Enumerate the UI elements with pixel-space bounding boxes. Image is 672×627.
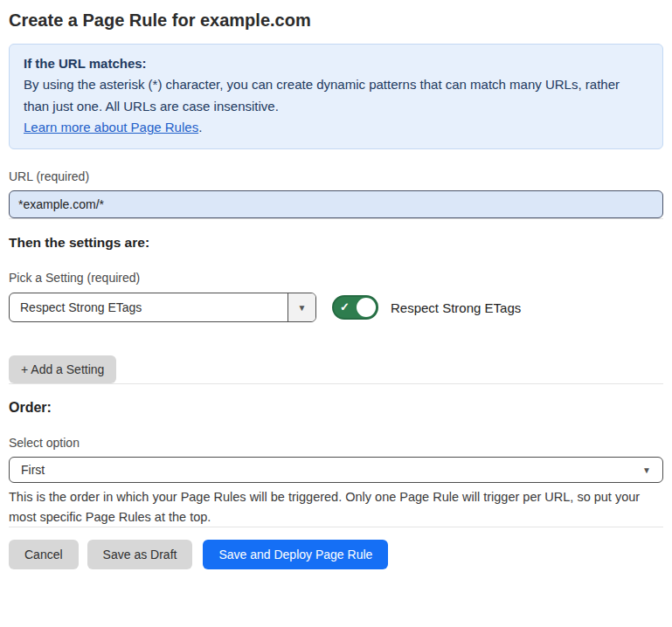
setting-toggle[interactable]: ✓ [332, 295, 378, 320]
setting-dropdown[interactable]: Respect Strong ETags ▼ [9, 293, 316, 322]
save-deploy-button[interactable]: Save and Deploy Page Rule [203, 540, 388, 569]
url-input[interactable] [9, 190, 663, 218]
toggle-label: Respect Strong ETags [391, 300, 521, 315]
divider [9, 218, 663, 219]
chevron-down-icon[interactable]: ▼ [288, 293, 315, 321]
info-box-heading: If the URL matches: [24, 53, 648, 74]
page-rule-form: Create a Page Rule for example.com If th… [0, 10, 672, 569]
pick-setting-label: Pick a Setting (required) [9, 271, 663, 285]
learn-more-link[interactable]: Learn more about Page Rules [24, 120, 198, 134]
url-match-info-box: If the URL matches: By using the asteris… [9, 44, 663, 149]
order-select-label: Select option [9, 436, 663, 450]
url-field-label: URL (required) [9, 169, 663, 183]
chevron-down-icon: ▼ [642, 465, 651, 475]
order-dropdown-value: First [21, 463, 45, 477]
cancel-button[interactable]: Cancel [9, 540, 79, 569]
setting-dropdown-value: Respect Strong ETags [10, 293, 288, 321]
divider [9, 527, 663, 527]
divider [9, 383, 663, 384]
order-section-heading: Order: [9, 400, 663, 416]
save-draft-button[interactable]: Save as Draft [87, 540, 193, 569]
settings-section-heading: Then the settings are: [9, 235, 663, 251]
check-icon: ✓ [340, 301, 350, 313]
info-box-link-row: Learn more about Page Rules. [24, 117, 648, 138]
setting-row: Respect Strong ETags ▼ ✓ Respect Strong … [9, 293, 663, 322]
link-suffix: . [198, 120, 202, 134]
form-actions: Cancel Save as Draft Save and Deploy Pag… [9, 540, 663, 569]
info-box-body: By using the asterisk (*) character, you… [24, 74, 648, 117]
order-help-text: This is the order in which your Page Rul… [9, 487, 663, 527]
page-title: Create a Page Rule for example.com [9, 10, 663, 31]
toggle-knob [357, 298, 376, 317]
order-dropdown[interactable]: First ▼ [9, 457, 663, 483]
add-setting-button[interactable]: + Add a Setting [9, 355, 116, 383]
